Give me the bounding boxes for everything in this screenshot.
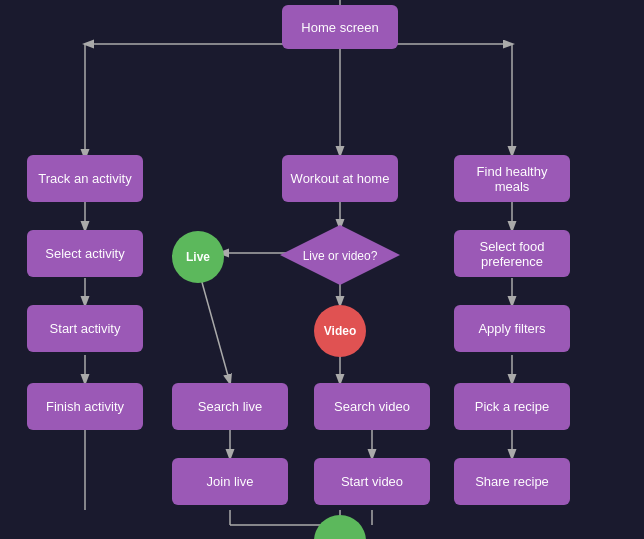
search-video-node: Search video (314, 383, 430, 430)
join-live-node: Join live (172, 458, 288, 505)
start-activity-node: Start activity (27, 305, 143, 352)
workout-home-node: Workout at home (282, 155, 398, 202)
video-node: Video (314, 305, 366, 357)
svg-line-11 (198, 268, 230, 383)
home-screen-node: Home screen (282, 5, 398, 49)
select-food-node: Select food preference (454, 230, 570, 277)
bottom-circle-node (314, 515, 366, 539)
finish-activity-node: Finish activity (27, 383, 143, 430)
find-healthy-node: Find healthy meals (454, 155, 570, 202)
live-node: Live (172, 231, 224, 283)
start-video-node: Start video (314, 458, 430, 505)
svg-text:Live or video?: Live or video? (303, 249, 378, 263)
pick-recipe-node: Pick a recipe (454, 383, 570, 430)
search-live-node: Search live (172, 383, 288, 430)
select-activity-node: Select activity (27, 230, 143, 277)
flowchart: Home screen Track an activity Workout at… (0, 0, 644, 539)
track-activity-node: Track an activity (27, 155, 143, 202)
apply-filters-node: Apply filters (454, 305, 570, 352)
share-recipe-node: Share recipe (454, 458, 570, 505)
live-or-video-node: Live or video? (280, 225, 400, 285)
